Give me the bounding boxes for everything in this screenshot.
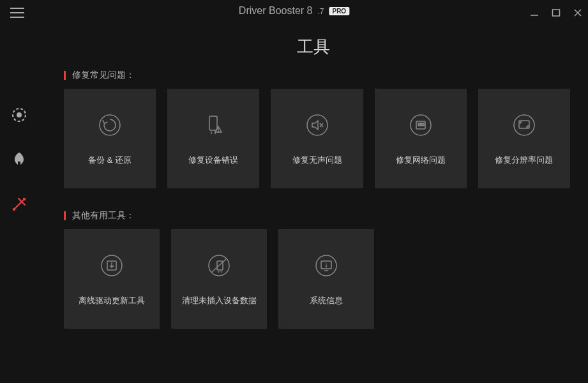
download-icon [98,252,126,280]
section-header-other-label: 其他有用工具： [72,210,135,222]
tile-label: 修复设备错误 [185,154,242,166]
section-header-fix: 修复常见问题： [64,70,570,81]
pro-badge: PRO [329,7,349,15]
svg-point-7 [23,198,26,201]
window-controls [529,8,583,18]
tile-backup-restore[interactable]: 备份 & 还原 [64,89,156,188]
svg-point-8 [13,208,16,211]
tile-fix-no-sound[interactable]: 修复无声问题 [271,89,363,188]
svg-point-23 [514,115,534,135]
tile-label: 修复分辨率问题 [491,154,557,166]
device-error-icon [199,111,227,139]
tile-clean-unplugged[interactable]: 清理未插入设备数据 [171,229,267,329]
network-icon [407,111,435,139]
close-button[interactable] [573,8,583,18]
restore-icon [96,111,124,139]
tile-fix-device-error[interactable]: 修复设备错误 [167,89,259,188]
tiles-other: 离线驱动更新工具 清理未插入设备数据 系统信息 [64,229,570,329]
tile-label: 清理未插入设备数据 [178,295,260,306]
resolution-icon [510,111,538,139]
maximize-button[interactable] [551,8,561,18]
section-header-fix-label: 修复常见问题： [72,70,135,81]
svg-rect-10 [209,116,217,130]
tile-offline-update[interactable]: 离线驱动更新工具 [64,229,160,329]
mute-icon [303,111,331,139]
svg-rect-1 [553,10,560,16]
svg-rect-20 [418,123,419,126]
tiles-fix: 备份 & 还原 修复设备错误 修复无声问题 修复网络问题 修复分辨率问题 [64,89,570,188]
section-header-other: 其他有用工具： [64,210,570,222]
menu-button[interactable] [8,3,27,22]
clean-device-icon [205,252,233,280]
info-icon [312,252,340,280]
tile-fix-network[interactable]: 修复网络问题 [375,89,467,188]
minimize-button[interactable] [529,8,539,18]
tile-label: 修复无声问题 [289,154,346,166]
titlebar: Driver Booster 8.7 PRO [0,0,588,26]
tile-label: 离线驱动更新工具 [75,295,149,306]
nav-boost[interactable] [6,147,32,172]
svg-rect-22 [423,123,424,126]
tile-system-info[interactable]: 系统信息 [278,229,374,329]
nav-scan[interactable] [6,102,32,128]
svg-rect-21 [420,123,421,126]
svg-point-14 [218,131,219,131]
svg-point-15 [307,115,328,135]
tile-label: 修复网络问题 [392,154,449,166]
tile-fix-resolution[interactable]: 修复分辨率问题 [478,89,570,188]
page-title: 工具 [56,36,570,58]
content: 工具 修复常见问题： 备份 & 还原 修复设备错误 修复无声问题 修 [38,26,588,383]
app-name: Driver Booster 8 [239,5,313,17]
tile-label: 系统信息 [306,295,347,306]
svg-point-9 [100,115,120,135]
svg-point-5 [17,112,22,117]
sidebar [0,102,38,217]
nav-tools[interactable] [6,192,32,217]
tile-label: 备份 & 还原 [84,154,135,166]
app-title: Driver Booster 8.7 PRO [239,5,349,17]
app-version-minor: .7 [317,7,324,16]
